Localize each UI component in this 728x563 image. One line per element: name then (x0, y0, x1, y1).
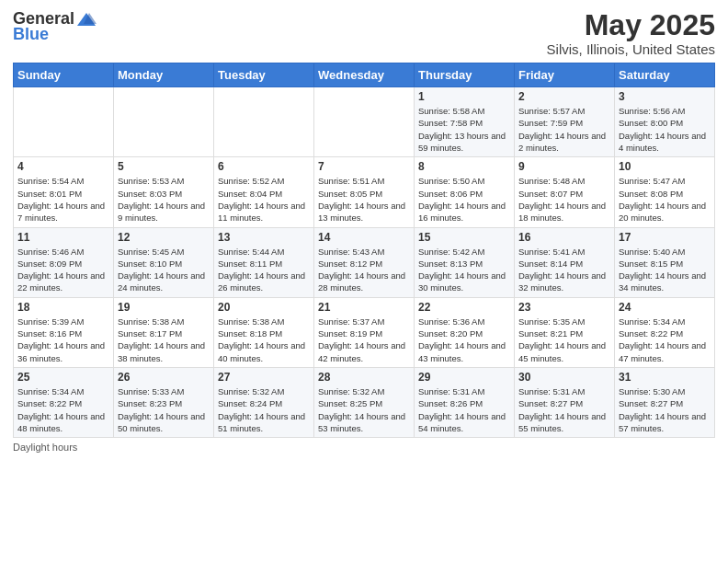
day-info: Sunrise: 5:36 AMSunset: 8:20 PMDaylight:… (418, 316, 510, 364)
day-info: Sunrise: 5:56 AMSunset: 8:00 PMDaylight:… (619, 105, 711, 154)
day-info: Sunrise: 5:40 AMSunset: 8:15 PMDaylight:… (619, 246, 711, 294)
day-number: 8 (418, 160, 510, 173)
day-number: 10 (619, 160, 711, 173)
day-info: Sunrise: 5:44 AMSunset: 8:11 PMDaylight:… (218, 246, 310, 294)
calendar-cell-4-1: 26Sunrise: 5:33 AMSunset: 8:23 PMDayligh… (114, 367, 214, 437)
calendar-cell-4-0: 25Sunrise: 5:34 AMSunset: 8:22 PMDayligh… (14, 367, 114, 437)
calendar-cell-3-2: 20Sunrise: 5:38 AMSunset: 8:18 PMDayligh… (214, 297, 314, 367)
day-number: 30 (518, 371, 610, 384)
calendar-header-tuesday: Tuesday (214, 63, 314, 87)
calendar-cell-3-0: 18Sunrise: 5:39 AMSunset: 8:16 PMDayligh… (14, 297, 114, 367)
day-info: Sunrise: 5:37 AMSunset: 8:19 PMDaylight:… (318, 316, 410, 364)
day-info: Sunrise: 5:41 AMSunset: 8:14 PMDaylight:… (518, 246, 610, 294)
title-block: May 2025 Silvis, Illinois, United States (547, 9, 715, 57)
calendar-cell-2-1: 12Sunrise: 5:45 AMSunset: 8:10 PMDayligh… (114, 227, 214, 297)
day-info: Sunrise: 5:51 AMSunset: 8:05 PMDaylight:… (318, 175, 410, 224)
calendar-cell-2-4: 15Sunrise: 5:42 AMSunset: 8:13 PMDayligh… (415, 227, 515, 297)
calendar-week-4: 18Sunrise: 5:39 AMSunset: 8:16 PMDayligh… (14, 297, 715, 367)
day-info: Sunrise: 5:57 AMSunset: 7:59 PMDaylight:… (518, 105, 610, 154)
day-info: Sunrise: 5:42 AMSunset: 8:13 PMDaylight:… (418, 246, 510, 294)
calendar-cell-2-3: 14Sunrise: 5:43 AMSunset: 8:12 PMDayligh… (314, 227, 415, 297)
calendar-cell-3-6: 24Sunrise: 5:34 AMSunset: 8:22 PMDayligh… (615, 297, 715, 367)
day-number: 26 (118, 371, 210, 384)
calendar-week-1: 1Sunrise: 5:58 AMSunset: 7:58 PMDaylight… (14, 87, 715, 157)
calendar-week-2: 4Sunrise: 5:54 AMSunset: 8:01 PMDaylight… (14, 157, 715, 227)
day-number: 5 (118, 160, 210, 173)
day-number: 6 (218, 160, 310, 173)
day-number: 29 (418, 371, 510, 384)
day-number: 23 (518, 301, 610, 314)
day-number: 18 (17, 301, 109, 314)
calendar-header-wednesday: Wednesday (314, 63, 415, 87)
day-info: Sunrise: 5:38 AMSunset: 8:18 PMDaylight:… (218, 316, 310, 364)
day-number: 19 (118, 301, 210, 314)
day-info: Sunrise: 5:45 AMSunset: 8:10 PMDaylight:… (118, 246, 210, 294)
day-number: 31 (619, 371, 711, 384)
day-number: 15 (418, 231, 510, 244)
footer-note: Daylight hours (13, 442, 715, 453)
calendar-cell-4-2: 27Sunrise: 5:32 AMSunset: 8:24 PMDayligh… (214, 367, 314, 437)
day-info: Sunrise: 5:58 AMSunset: 7:58 PMDaylight:… (418, 105, 510, 154)
day-info: Sunrise: 5:32 AMSunset: 8:25 PMDaylight:… (318, 385, 410, 434)
calendar-cell-4-5: 30Sunrise: 5:31 AMSunset: 8:27 PMDayligh… (515, 367, 615, 437)
day-number: 4 (17, 160, 109, 173)
calendar-cell-0-3 (314, 87, 415, 157)
calendar-cell-0-1 (114, 87, 214, 157)
day-number: 25 (17, 371, 109, 384)
day-info: Sunrise: 5:30 AMSunset: 8:27 PMDaylight:… (619, 385, 711, 434)
day-info: Sunrise: 5:43 AMSunset: 8:12 PMDaylight:… (318, 246, 410, 294)
day-info: Sunrise: 5:47 AMSunset: 8:08 PMDaylight:… (619, 175, 711, 224)
calendar-cell-1-0: 4Sunrise: 5:54 AMSunset: 8:01 PMDaylight… (14, 157, 114, 227)
calendar-header-row: SundayMondayTuesdayWednesdayThursdayFrid… (14, 63, 715, 87)
day-number: 2 (518, 90, 610, 103)
calendar-cell-1-4: 8Sunrise: 5:50 AMSunset: 8:06 PMDaylight… (415, 157, 515, 227)
calendar-week-5: 25Sunrise: 5:34 AMSunset: 8:22 PMDayligh… (14, 367, 715, 437)
calendar-cell-0-2 (214, 87, 314, 157)
calendar-cell-0-4: 1Sunrise: 5:58 AMSunset: 7:58 PMDaylight… (415, 87, 515, 157)
day-info: Sunrise: 5:52 AMSunset: 8:04 PMDaylight:… (218, 175, 310, 224)
calendar-header-friday: Friday (515, 63, 615, 87)
day-number: 14 (318, 231, 410, 244)
day-info: Sunrise: 5:33 AMSunset: 8:23 PMDaylight:… (118, 385, 210, 434)
calendar-cell-1-3: 7Sunrise: 5:51 AMSunset: 8:05 PMDaylight… (314, 157, 415, 227)
day-number: 27 (218, 371, 310, 384)
page-title: May 2025 (547, 9, 715, 41)
day-info: Sunrise: 5:31 AMSunset: 8:26 PMDaylight:… (418, 385, 510, 434)
calendar-cell-2-6: 17Sunrise: 5:40 AMSunset: 8:15 PMDayligh… (615, 227, 715, 297)
calendar-cell-4-4: 29Sunrise: 5:31 AMSunset: 8:26 PMDayligh… (415, 367, 515, 437)
calendar-cell-4-3: 28Sunrise: 5:32 AMSunset: 8:25 PMDayligh… (314, 367, 415, 437)
day-info: Sunrise: 5:48 AMSunset: 8:07 PMDaylight:… (518, 175, 610, 224)
day-info: Sunrise: 5:34 AMSunset: 8:22 PMDaylight:… (619, 316, 711, 364)
day-info: Sunrise: 5:39 AMSunset: 8:16 PMDaylight:… (17, 316, 109, 364)
day-number: 28 (318, 371, 410, 384)
calendar-cell-1-6: 10Sunrise: 5:47 AMSunset: 8:08 PMDayligh… (615, 157, 715, 227)
day-number: 9 (518, 160, 610, 173)
calendar-week-3: 11Sunrise: 5:46 AMSunset: 8:09 PMDayligh… (14, 227, 715, 297)
calendar-cell-1-1: 5Sunrise: 5:53 AMSunset: 8:03 PMDaylight… (114, 157, 214, 227)
day-info: Sunrise: 5:35 AMSunset: 8:21 PMDaylight:… (518, 316, 610, 364)
day-number: 21 (318, 301, 410, 314)
calendar-header-saturday: Saturday (615, 63, 715, 87)
day-number: 11 (17, 231, 109, 244)
day-info: Sunrise: 5:54 AMSunset: 8:01 PMDaylight:… (17, 175, 109, 224)
calendar-cell-1-5: 9Sunrise: 5:48 AMSunset: 8:07 PMDaylight… (515, 157, 615, 227)
calendar-cell-2-0: 11Sunrise: 5:46 AMSunset: 8:09 PMDayligh… (14, 227, 114, 297)
day-number: 7 (318, 160, 410, 173)
day-number: 17 (619, 231, 711, 244)
logo-blue: Blue (13, 25, 49, 44)
day-info: Sunrise: 5:50 AMSunset: 8:06 PMDaylight:… (418, 175, 510, 224)
header: General Blue May 2025 Silvis, Illinois, … (13, 9, 715, 57)
day-number: 13 (218, 231, 310, 244)
day-number: 12 (118, 231, 210, 244)
calendar-cell-0-5: 2Sunrise: 5:57 AMSunset: 7:59 PMDaylight… (515, 87, 615, 157)
calendar-cell-3-4: 22Sunrise: 5:36 AMSunset: 8:20 PMDayligh… (415, 297, 515, 367)
day-number: 24 (619, 301, 711, 314)
day-info: Sunrise: 5:46 AMSunset: 8:09 PMDaylight:… (17, 246, 109, 294)
calendar-cell-2-2: 13Sunrise: 5:44 AMSunset: 8:11 PMDayligh… (214, 227, 314, 297)
day-number: 20 (218, 301, 310, 314)
page-subtitle: Silvis, Illinois, United States (547, 41, 715, 57)
calendar-cell-4-6: 31Sunrise: 5:30 AMSunset: 8:27 PMDayligh… (615, 367, 715, 437)
calendar-table: SundayMondayTuesdayWednesdayThursdayFrid… (13, 63, 715, 438)
day-number: 22 (418, 301, 510, 314)
calendar-header-thursday: Thursday (415, 63, 515, 87)
